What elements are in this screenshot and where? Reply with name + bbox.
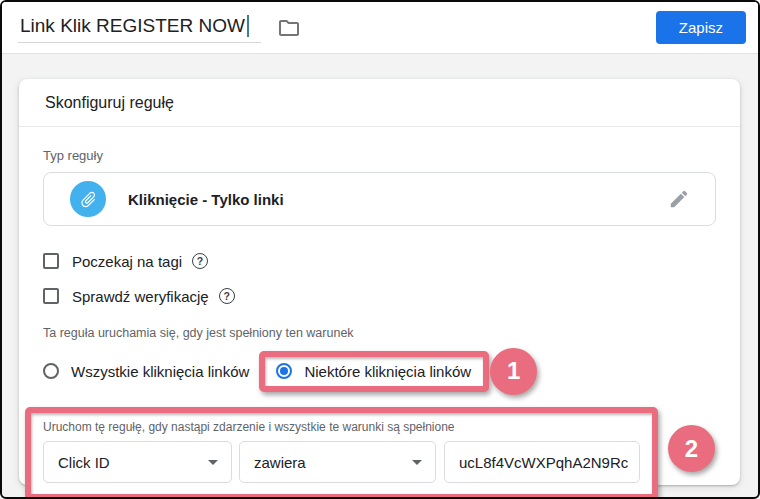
trigger-type-value: Kliknięcie - Tylko linki (128, 191, 284, 208)
radio-some-link-clicks[interactable]: Niektóre kliknięcia linków (276, 363, 471, 380)
chevron-down-icon (208, 460, 218, 465)
card-body: Typ reguły Kliknięcie - Tylko linki Pocz… (19, 127, 740, 499)
check-validation-checkbox[interactable] (43, 288, 59, 304)
variable-dropdown-value: Click ID (58, 454, 110, 471)
annotation-badge-2: 2 (668, 425, 715, 472)
operator-dropdown-value: zawiera (254, 454, 306, 471)
radio-all-link-clicks[interactable]: Wszystkie kliknięcia linków (43, 363, 249, 380)
filter-condition-row: Click ID zawiera ucL8f4VcWXPqhA2N9Rc (43, 441, 640, 483)
trigger-name-input[interactable]: Link Klik REGISTER NOW (18, 12, 261, 43)
annotation-badge-1: 1 (490, 348, 537, 395)
check-validation-row: Sprawdź weryfikację ? (43, 283, 716, 309)
text-cursor (247, 15, 249, 37)
help-icon[interactable]: ? (219, 288, 235, 304)
trigger-type-label: Typ reguły (43, 148, 716, 163)
operator-dropdown[interactable]: zawiera (239, 441, 436, 483)
check-validation-label: Sprawdź weryfikację (72, 288, 209, 305)
filter-section: Uruchom tę regułę, gdy nastąpi zdarzenie… (25, 407, 658, 499)
trigger-type-row[interactable]: Kliknięcie - Tylko linki (43, 172, 716, 226)
filter-instruction-label: Uruchom tę regułę, gdy nastąpi zdarzenie… (43, 420, 640, 434)
chevron-down-icon (412, 460, 422, 465)
folder-icon[interactable] (276, 15, 302, 41)
annotation-box-2: Uruchom tę regułę, gdy nastąpi zdarzenie… (25, 407, 658, 499)
link-click-icon (70, 181, 106, 217)
filter-value-input[interactable]: ucL8f4VcWXPqhA2N9Rc (444, 441, 640, 483)
trigger-config-card: Skonfiguruj regułę Typ reguły Kliknięcie… (19, 79, 740, 485)
variable-dropdown[interactable]: Click ID (43, 441, 232, 483)
gtm-trigger-editor-window: Link Klik REGISTER NOW Zapisz Skonfiguru… (0, 0, 760, 499)
radio-some-label: Niektóre kliknięcia linków (304, 363, 471, 380)
radio-selected-icon[interactable] (276, 363, 292, 379)
fire-condition-options: Wszystkie kliknięcia linków Niektóre kli… (43, 345, 716, 397)
filter-value-text: ucL8f4VcWXPqhA2N9Rc (459, 454, 628, 471)
wait-for-tags-label: Poczekaj na tagi (72, 253, 182, 270)
wait-for-tags-checkbox[interactable] (43, 253, 59, 269)
radio-unselected-icon[interactable] (43, 363, 59, 379)
pencil-icon[interactable] (667, 187, 691, 211)
save-button[interactable]: Zapisz (656, 11, 746, 44)
wait-for-tags-row: Poczekaj na tagi ? (43, 248, 716, 274)
annotation-box-1: Niektóre kliknięcia linków (259, 351, 489, 392)
condition-label: Ta reguła uruchamia się, gdy jest spełni… (43, 326, 716, 340)
radio-all-label: Wszystkie kliknięcia linków (71, 363, 249, 380)
card-title: Skonfiguruj regułę (19, 79, 740, 127)
help-icon[interactable]: ? (192, 253, 208, 269)
top-bar: Link Klik REGISTER NOW Zapisz (2, 2, 758, 54)
trigger-name-text: Link Klik REGISTER NOW (20, 15, 245, 36)
